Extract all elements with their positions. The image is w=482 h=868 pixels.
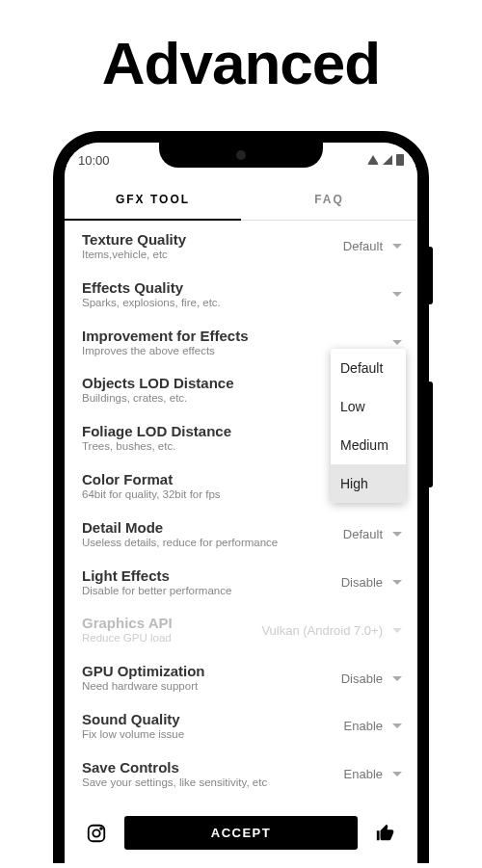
dropdown-option[interactable]: Medium [331, 426, 406, 464]
setting-title: Sound Quality [82, 711, 344, 727]
setting-value-group[interactable]: Disable [341, 671, 402, 686]
setting-value: Enable [344, 767, 383, 781]
battery-icon [396, 154, 404, 166]
chevron-down-icon [392, 292, 402, 297]
setting-row[interactable]: Detail ModeUseless details, reduce for p… [65, 511, 417, 559]
chevron-down-icon [392, 723, 402, 728]
setting-subtitle: Reduce GPU load [82, 632, 261, 645]
setting-subtitle: Save your settings, like sensitivity, et… [82, 776, 344, 790]
setting-row[interactable]: Effects QualitySparks, explosions, fire,… [65, 271, 417, 319]
setting-title: Light Effects [82, 567, 341, 584]
setting-title: Improvement for Effects [82, 328, 383, 344]
app-screen: 10:00 GFX TOOL FAQ Texture QualityItems,… [65, 143, 417, 863]
setting-label-group: Graphics APIReduce GPU load [82, 615, 261, 645]
phone-frame: 10:00 GFX TOOL FAQ Texture QualityItems,… [53, 131, 429, 863]
setting-subtitle: Useless details, reduce for performance [82, 537, 343, 550]
setting-row[interactable]: Light EffectsDisable for better performa… [65, 559, 417, 607]
setting-row[interactable]: Graphics APIReduce GPU loadVulkan (Andro… [65, 606, 417, 654]
setting-value-group[interactable]: Enable [344, 767, 402, 781]
setting-title: Color Format [82, 471, 351, 487]
chevron-down-icon [392, 532, 402, 537]
chevron-down-icon [392, 772, 402, 776]
setting-label-group: Color Format64bit for quality, 32bit for… [82, 471, 351, 502]
setting-subtitle: Items,vehicle, etc [82, 249, 343, 262]
setting-title: Save Controls [82, 759, 344, 776]
setting-label-group: Detail ModeUseless details, reduce for p… [82, 519, 343, 550]
setting-subtitle: Fix low volume issue [82, 728, 344, 742]
setting-subtitle: 64bit for quality, 32bit for fps [82, 488, 351, 502]
thumbs-up-icon[interactable] [373, 821, 398, 846]
setting-title: GPU Optimization [82, 663, 341, 679]
setting-value-group[interactable] [383, 292, 402, 297]
settings-list: Texture QualityItems,vehicle, etcDefault… [65, 221, 417, 799]
setting-title: Graphics API [82, 615, 261, 631]
setting-value-group[interactable] [383, 340, 402, 345]
setting-value: Vulkan (Android 7.0+) [261, 623, 383, 638]
accept-button[interactable]: ACCEPT [124, 816, 358, 850]
dropdown-option[interactable]: High [331, 464, 406, 503]
setting-value: Disable [341, 575, 383, 590]
instagram-icon[interactable] [84, 821, 109, 846]
chevron-down-icon [392, 676, 402, 681]
cell-signal-icon [383, 155, 392, 165]
setting-subtitle: Need hardware support [82, 680, 341, 694]
wifi-icon [367, 155, 379, 165]
tab-faq[interactable]: FAQ [241, 177, 417, 220]
tab-bar: GFX TOOL FAQ [65, 177, 417, 221]
setting-value: Default [343, 527, 383, 541]
setting-label-group: Texture QualityItems,vehicle, etc [82, 231, 343, 262]
setting-label-group: Light EffectsDisable for better performa… [82, 567, 341, 598]
dropdown-menu[interactable]: DefaultLowMediumHigh [331, 349, 406, 503]
setting-label-group: GPU OptimizationNeed hardware support [82, 663, 341, 694]
setting-row[interactable]: GPU OptimizationNeed hardware supportDis… [65, 654, 417, 702]
setting-value-group[interactable]: Disable [341, 575, 402, 590]
setting-value-group[interactable]: Enable [344, 719, 402, 733]
svg-point-2 [100, 828, 102, 829]
setting-row[interactable]: Sound QualityFix low volume issueEnable [65, 702, 417, 750]
setting-title: Texture Quality [82, 231, 343, 248]
dropdown-option[interactable]: Default [331, 349, 406, 387]
chevron-down-icon [392, 580, 402, 585]
bottom-bar: ACCEPT [65, 806, 417, 863]
phone-camera [236, 150, 246, 160]
setting-subtitle: Sparks, explosions, fire, etc. [82, 297, 383, 310]
chevron-down-icon [392, 244, 402, 249]
setting-value: Enable [344, 719, 383, 733]
settings-scroll[interactable]: Texture QualityItems,vehicle, etcDefault… [65, 221, 417, 806]
setting-label-group: Sound QualityFix low volume issue [82, 711, 344, 742]
setting-value-group[interactable]: Vulkan (Android 7.0+) [261, 623, 402, 638]
setting-label-group: Save ControlsSave your settings, like se… [82, 759, 344, 790]
setting-row[interactable]: Save ControlsSave your settings, like se… [65, 750, 417, 799]
dropdown-option[interactable]: Low [331, 387, 406, 426]
page-title: Advanced [0, 29, 482, 97]
chevron-down-icon [392, 340, 402, 345]
setting-value: Disable [341, 671, 383, 686]
setting-row[interactable]: Texture QualityItems,vehicle, etcDefault [65, 223, 417, 271]
status-icons [367, 154, 404, 166]
setting-value-group[interactable]: Default [343, 527, 402, 541]
phone-mockup: 10:00 GFX TOOL FAQ Texture QualityItems,… [53, 131, 429, 863]
chevron-down-icon [392, 628, 402, 633]
setting-value-group[interactable]: Default [343, 239, 402, 253]
setting-label-group: Effects QualitySparks, explosions, fire,… [82, 279, 383, 310]
setting-subtitle: Disable for better performance [82, 585, 341, 598]
status-time: 10:00 [78, 153, 110, 168]
setting-title: Detail Mode [82, 519, 343, 536]
tab-gfx-tool[interactable]: GFX TOOL [65, 177, 241, 220]
setting-title: Effects Quality [82, 279, 383, 296]
setting-value: Default [343, 239, 383, 253]
svg-point-1 [93, 829, 99, 836]
